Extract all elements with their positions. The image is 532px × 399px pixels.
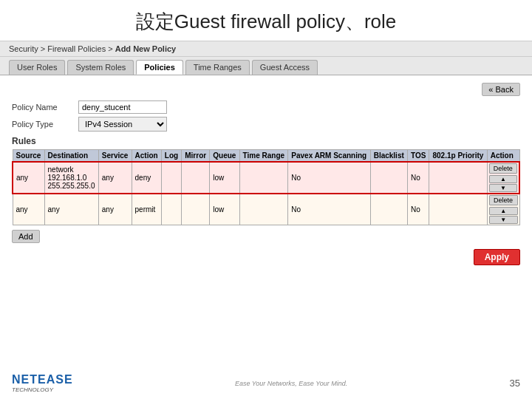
col-queue: Queue	[210, 150, 239, 163]
row1-source: any	[13, 162, 44, 194]
row2-service: any	[98, 194, 132, 225]
row1-priority	[429, 162, 487, 194]
row1-actions: Delete	[487, 162, 519, 194]
col-blacklist: Blacklist	[370, 150, 407, 163]
tab-guest-access[interactable]: Guest Access	[252, 60, 318, 75]
main-content: « Back Policy Name Policy Type IPv4 Sess…	[0, 75, 532, 273]
row1-destination: network192.168.1.0255.255.255.0	[44, 162, 98, 194]
row2-action: permit	[132, 194, 161, 225]
breadcrumb-firewall: Firewall Policies	[47, 44, 106, 53]
col-pavex: Pavex ARM Scanning	[288, 150, 370, 163]
col-destination: Destination	[44, 150, 98, 163]
col-log: Log	[161, 150, 181, 163]
row2-pavex: No	[288, 194, 370, 225]
breadcrumb-sep2: >	[108, 44, 115, 53]
row1-tos: No	[407, 162, 429, 194]
breadcrumb-security: Security	[9, 44, 38, 53]
breadcrumb: Security > Firewall Policies > Add New P…	[0, 41, 532, 57]
policy-name-label: Policy Name	[12, 103, 78, 112]
policy-type-row: Policy Type IPv4 Session	[12, 117, 520, 132]
rules-table: Source Destination Service Action Log Mi…	[12, 149, 520, 225]
footer-page: 35	[510, 378, 520, 389]
logo-sub: TECHNOLOGY	[12, 386, 53, 393]
policy-name-row: Policy Name	[12, 100, 520, 114]
row2-delete-btn[interactable]: Delete	[489, 195, 518, 205]
row1-blacklist	[370, 162, 407, 194]
col-service: Service	[98, 150, 132, 163]
row2-log	[161, 194, 181, 225]
col-tos: TOS	[407, 150, 429, 163]
table-row: any any any permit low No No Delete	[13, 194, 519, 225]
row1-service: any	[98, 162, 132, 194]
row2-down-btn[interactable]	[489, 216, 518, 224]
table-row: any network192.168.1.0255.255.255.0 any …	[13, 162, 519, 194]
breadcrumb-current: Add New Policy	[115, 44, 177, 53]
col-timerange: Time Range	[239, 150, 288, 163]
row2-timerange	[239, 194, 288, 225]
row1-up-btn[interactable]	[489, 175, 517, 183]
row2-move-btns	[489, 207, 518, 224]
row1-pavex: No	[288, 162, 370, 194]
row2-actions: Delete	[487, 194, 519, 225]
rules-label: Rules	[12, 136, 520, 146]
row1-action: deny	[132, 162, 161, 194]
footer-slogan: Ease Your Networks, Ease Your Mind.	[235, 380, 347, 387]
policy-name-input[interactable]	[78, 100, 167, 114]
page-title: 設定Guest firewall policy、role	[0, 0, 532, 41]
row1-queue: low	[210, 162, 239, 194]
tab-policies[interactable]: Policies	[136, 60, 183, 75]
row2-up-btn[interactable]	[489, 207, 518, 215]
row2-blacklist	[370, 194, 407, 225]
col-action: Action	[132, 150, 161, 163]
apply-btn-row: Apply	[12, 249, 520, 265]
breadcrumb-sep1: >	[41, 44, 47, 53]
tab-time-ranges[interactable]: Time Ranges	[185, 60, 250, 75]
tab-system-roles[interactable]: System Roles	[67, 60, 134, 75]
col-priority: 802.1p Priority	[429, 150, 487, 163]
policy-name-value[interactable]	[78, 100, 167, 114]
col-mirror: Mirror	[182, 150, 210, 163]
footer: NETEASE TECHNOLOGY Ease Your Networks, E…	[0, 373, 532, 393]
col-action-hdr: Action	[487, 150, 519, 163]
add-btn-row: Add	[12, 230, 520, 243]
row1-delete-btn[interactable]: Delete	[489, 163, 517, 174]
row2-mirror	[182, 194, 210, 225]
row1-timerange	[239, 162, 288, 194]
tabs-bar: User Roles System Roles Policies Time Ra…	[0, 57, 532, 75]
footer-logo: NETEASE TECHNOLOGY	[12, 373, 73, 393]
row2-queue: low	[210, 194, 239, 225]
row1-log	[161, 162, 181, 194]
back-button[interactable]: « Back	[482, 83, 520, 96]
add-button[interactable]: Add	[12, 230, 40, 243]
policy-type-label: Policy Type	[12, 120, 78, 129]
apply-button[interactable]: Apply	[474, 249, 520, 265]
policy-type-value[interactable]: IPv4 Session	[78, 117, 167, 132]
row2-priority	[429, 194, 487, 225]
row1-move-btns	[489, 175, 517, 192]
col-source: Source	[13, 150, 44, 163]
row1-mirror	[182, 162, 210, 194]
back-btn-row: « Back	[12, 83, 520, 96]
row2-source: any	[13, 194, 44, 225]
policy-type-select[interactable]: IPv4 Session	[78, 117, 167, 132]
logo-name: NETEASE	[12, 373, 73, 386]
row2-tos: No	[407, 194, 429, 225]
tab-user-roles[interactable]: User Roles	[9, 60, 65, 75]
row1-down-btn[interactable]	[489, 184, 517, 192]
row2-destination: any	[44, 194, 98, 225]
